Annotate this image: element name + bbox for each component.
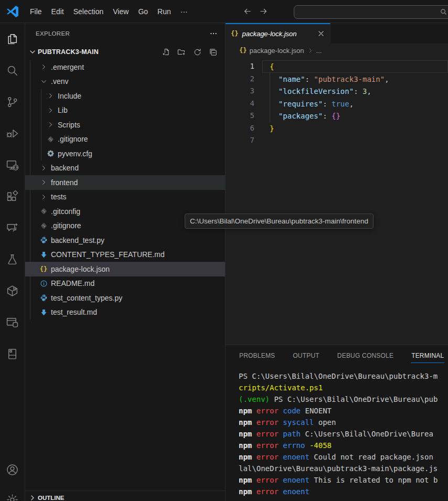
tab-problems[interactable]: PROBLEMS	[239, 350, 275, 363]
tree-file-test-content-types-py[interactable]: test_content_types.py	[25, 291, 225, 305]
tree-file-test-result-md[interactable]: test_result.md	[25, 305, 225, 320]
search-icon	[6, 64, 19, 77]
activity-search[interactable]	[0, 55, 25, 86]
tab-debug-console[interactable]: DEBUG CONSOLE	[337, 350, 394, 363]
menu-selection[interactable]: Selection	[69, 5, 109, 18]
terminal-line: npm error errno -4058	[239, 440, 448, 451]
menu-view[interactable]: View	[108, 5, 133, 18]
collapse-folders-button[interactable]	[209, 48, 218, 57]
explorer-actions	[162, 48, 225, 57]
tab-output[interactable]: OUTPUT	[292, 350, 320, 363]
breadcrumb[interactable]: {}package-lock.json...	[226, 43, 448, 58]
breadcrumb-segment[interactable]: package-lock.json	[249, 47, 304, 55]
container-icon	[6, 284, 19, 297]
tree-item-label: frontend	[51, 178, 78, 187]
tree-item-label: package-lock.json	[51, 265, 110, 273]
tree-file-readme-md[interactable]: README.md	[25, 276, 225, 291]
terminal-line: (.venv) PS C:\Users\Bilal\OneDrive\Burea…	[239, 393, 448, 405]
new-file-button[interactable]	[162, 48, 170, 57]
tree-file-backend-test-py[interactable]: backend_test.py	[25, 233, 225, 248]
tree-file-content-types-feature-md[interactable]: CONTENT_TYPES_FEATURE.md	[25, 248, 225, 262]
gear-file-icon	[47, 150, 55, 157]
testing-icon	[6, 253, 19, 266]
python-file-icon	[40, 236, 48, 244]
tree-folder-tests[interactable]: tests	[25, 190, 225, 205]
activity-explorer[interactable]	[0, 23, 25, 55]
activity-accounts[interactable]	[6, 463, 19, 478]
tree-folder-lib[interactable]: Lib	[25, 103, 225, 118]
explorer-sidebar: EXPLORER PUBTRACK3-MAIN .emergent.venvIn…	[25, 23, 226, 501]
activity-items	[0, 23, 25, 369]
activity-chat[interactable]	[0, 212, 25, 243]
source-control-icon	[6, 95, 19, 109]
activity-device-explorer[interactable]	[0, 338, 25, 369]
chevron-down-icon	[28, 48, 37, 56]
extensions-icon	[6, 190, 19, 203]
tree-item-label: test_result.md	[51, 308, 97, 316]
activity-source-control[interactable]	[0, 86, 25, 118]
close-tab-icon[interactable]	[317, 30, 325, 37]
go-forward-icon[interactable]	[259, 7, 268, 16]
activity-run-and-debug[interactable]	[0, 118, 25, 149]
tree-item-label: pyvenv.cfg	[58, 150, 92, 158]
new-folder-icon	[177, 48, 186, 57]
database-window-icon	[6, 316, 19, 329]
code-editor[interactable]: 1{2 "name": "pubtrack3-main",3 "lockfile…	[226, 58, 448, 345]
command-center-search[interactable]	[294, 5, 448, 19]
markdown-file-icon	[40, 308, 48, 316]
menu-file[interactable]: File	[25, 5, 47, 18]
tree-item-label: .emergent	[51, 63, 84, 71]
activity-manage[interactable]	[6, 493, 19, 501]
tree-item-label: Scripts	[58, 121, 80, 129]
file-tree: .emergent.venvIncludeLibScripts.gitignor…	[25, 60, 225, 319]
activity-extensions[interactable]	[0, 180, 25, 212]
menu-more[interactable]: ···	[176, 5, 193, 18]
device-icon	[6, 347, 19, 360]
breadcrumb-segment[interactable]: ...	[316, 47, 322, 55]
outline-section-header[interactable]: OUTLINE	[25, 491, 225, 501]
tree-item-label: backend_test.py	[51, 236, 104, 244]
line-number: 4	[226, 98, 262, 110]
terminal-output[interactable]: PS C:\Users\Bilal\OneDrive\Bureau\pubtra…	[226, 368, 448, 501]
tree-file--gitignore[interactable]: .gitignore	[25, 132, 225, 147]
tree-folder--venv[interactable]: .venv	[25, 74, 225, 89]
tab-package-lock-json[interactable]: {} package-lock.json	[226, 23, 330, 43]
tree-file-pyvenv-cfg[interactable]: pyvenv.cfg	[25, 146, 225, 161]
activity-database-explorer[interactable]	[0, 306, 25, 338]
menu-go[interactable]: Go	[133, 5, 153, 18]
code-line: 4 "requires": true,	[226, 98, 448, 110]
code-line: 6}	[226, 122, 448, 135]
menu-edit[interactable]: Edit	[47, 5, 69, 18]
tree-file-package-lock-json[interactable]: {}package-lock.json	[25, 262, 225, 276]
go-back-icon[interactable]	[243, 7, 252, 16]
panel-tab-bar: PROBLEMSOUTPUTDEBUG CONSOLETERMINAL	[226, 345, 448, 368]
tree-folder-frontend[interactable]: frontend	[25, 175, 225, 190]
tree-folder-scripts[interactable]: Scripts	[25, 118, 225, 132]
collapse-all-icon	[209, 48, 218, 57]
tab-terminal[interactable]: TERMINAL	[411, 350, 444, 363]
tree-item-label: Include	[58, 92, 81, 100]
tree-folder--emergent[interactable]: .emergent	[25, 60, 225, 74]
activity-remote-explorer[interactable]	[0, 149, 25, 180]
explorer-more-actions-icon[interactable]	[209, 29, 218, 38]
menubar: FileEditSelectionViewGoRun···	[25, 5, 193, 18]
line-number: 2	[226, 73, 262, 86]
new-folder-button[interactable]	[177, 48, 186, 57]
activity-containers[interactable]	[0, 275, 25, 306]
path-tooltip: C:\Users\Bilal\OneDrive\Bureau\pubtrack3…	[185, 214, 374, 229]
project-section-header[interactable]: PUBTRACK3-MAIN	[25, 44, 225, 60]
tree-folder-backend[interactable]: backend	[25, 161, 225, 176]
json-file-icon: {}	[40, 265, 47, 273]
refresh-explorer-button[interactable]	[193, 48, 202, 57]
tree-item-label: .gitconfig	[51, 207, 80, 216]
vscode-logo-icon	[0, 5, 25, 18]
tree-item-label: CONTENT_TYPES_FEATURE.md	[51, 250, 165, 259]
debug-icon	[6, 127, 19, 140]
menu-run[interactable]: Run	[153, 5, 176, 18]
new-file-icon	[162, 48, 170, 57]
terminal-line: npm error syscall open	[239, 417, 448, 428]
chevron-right-icon	[40, 193, 48, 201]
code-line: 5 "packages": {}	[226, 110, 448, 122]
tree-folder-include[interactable]: Include	[25, 89, 225, 103]
activity-testing[interactable]	[0, 243, 25, 275]
